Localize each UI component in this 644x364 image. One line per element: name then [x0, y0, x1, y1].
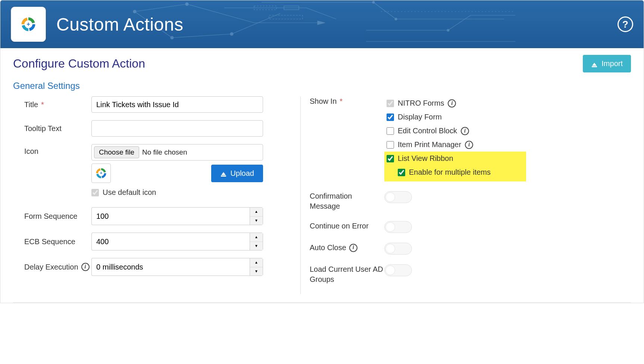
svg-line-7: [172, 34, 232, 38]
import-button[interactable]: Import: [583, 55, 631, 72]
svg-point-0: [133, 10, 136, 13]
file-status-text: No file chosen: [142, 148, 187, 156]
load-ad-groups-label: Load Current User AD Groups: [310, 264, 384, 284]
item-print-manager-label: Item Print Manager: [398, 140, 461, 149]
form-sequence-down[interactable]: ▼: [250, 217, 263, 225]
enable-multiple-items-label: Enable for multiple items: [409, 168, 491, 177]
page-title: Configure Custom Action: [13, 57, 145, 71]
form-sequence-input[interactable]: [91, 207, 250, 225]
choose-file-button[interactable]: Choose file: [94, 146, 139, 158]
info-icon[interactable]: i: [349, 244, 357, 252]
auto-close-label: Auto Close i: [310, 243, 384, 253]
item-print-manager-checkbox[interactable]: [387, 141, 394, 149]
confirmation-message-toggle[interactable]: [384, 191, 412, 203]
svg-point-12: [372, 1, 375, 3]
svg-text:+: +: [26, 21, 30, 27]
delay-execution-input[interactable]: [91, 258, 250, 276]
svg-line-8: [232, 13, 280, 34]
form-sequence-up[interactable]: ▲: [250, 208, 263, 217]
section-general-settings: General Settings: [13, 81, 631, 91]
header-title: Custom Actions: [56, 14, 183, 35]
ecb-sequence-up[interactable]: ▲: [250, 233, 263, 242]
delay-execution-down[interactable]: ▼: [250, 267, 263, 276]
load-ad-groups-toggle[interactable]: [384, 264, 412, 276]
app-logo: +: [11, 7, 46, 42]
display-form-label: Display Form: [398, 113, 442, 121]
info-icon[interactable]: i: [465, 141, 473, 149]
svg-rect-9: [254, 6, 276, 10]
nitro-logo-icon: +: [20, 16, 37, 33]
help-icon[interactable]: ?: [618, 16, 633, 32]
icon-preview: +: [91, 164, 111, 183]
title-label: Title*: [13, 100, 91, 109]
continue-on-error-toggle[interactable]: [384, 221, 412, 233]
content-area: Configure Custom Action Import General S…: [0, 48, 644, 303]
info-icon[interactable]: i: [448, 99, 456, 108]
tooltip-input[interactable]: [91, 120, 263, 137]
ecb-sequence-label: ECB Sequence: [13, 237, 91, 246]
title-input[interactable]: [91, 96, 263, 113]
delay-execution-up[interactable]: ▲: [250, 258, 263, 267]
svg-line-5: [187, 4, 254, 23]
svg-text:+: +: [100, 171, 103, 175]
use-default-icon-checkbox[interactable]: [91, 189, 99, 196]
form-sequence-label: Form Sequence: [13, 212, 91, 221]
icon-label: Icon: [13, 144, 91, 156]
edit-control-block-checkbox[interactable]: [387, 127, 394, 135]
svg-rect-10: [284, 6, 299, 10]
show-in-label: Show In*: [310, 96, 384, 106]
svg-point-2: [230, 32, 233, 35]
edit-control-block-label: Edit Control Block: [398, 127, 457, 135]
svg-point-13: [395, 18, 397, 20]
list-view-ribbon-label: List View Ribbon: [398, 154, 453, 163]
continue-on-error-label: Continue on Error: [310, 221, 384, 231]
svg-point-3: [171, 36, 173, 39]
upload-button[interactable]: Upload: [211, 165, 263, 182]
left-column: Title* Tooltip Text Icon: [13, 96, 293, 294]
info-icon[interactable]: i: [81, 263, 90, 271]
enable-multiple-items-checkbox[interactable]: [398, 169, 405, 176]
svg-line-4: [135, 4, 187, 12]
ecb-sequence-down[interactable]: ▼: [250, 242, 263, 251]
nitro-logo-icon: +: [95, 167, 107, 180]
right-column: Show In* NITRO Forms i Display Form: [308, 96, 631, 294]
upload-icon: [591, 60, 598, 67]
ecb-sequence-input[interactable]: [91, 233, 250, 251]
auto-close-toggle[interactable]: [384, 243, 412, 255]
delay-execution-label: Delay Execution i: [13, 263, 91, 271]
info-icon[interactable]: i: [461, 127, 469, 135]
use-default-icon-label: Use default icon: [103, 188, 156, 197]
svg-point-1: [185, 3, 188, 6]
svg-point-14: [447, 29, 449, 31]
display-form-checkbox[interactable]: [387, 113, 394, 121]
upload-icon: [220, 170, 227, 177]
tooltip-label: Tooltip Text: [13, 124, 91, 133]
nitro-forms-checkbox[interactable]: [387, 100, 394, 107]
header-bar: + Custom Actions ?: [0, 0, 644, 48]
svg-rect-11: [269, 15, 303, 19]
bottom-divider: [13, 302, 631, 303]
nitro-forms-label: NITRO Forms: [398, 99, 444, 108]
app-window: + Custom Actions ? Configure Custom Acti…: [0, 0, 644, 303]
list-view-ribbon-checkbox[interactable]: [387, 155, 394, 162]
column-divider: [300, 96, 301, 294]
confirmation-message-label: Confirmation Message: [310, 191, 384, 211]
file-input-wrapper[interactable]: Choose file No file chosen: [91, 144, 263, 161]
